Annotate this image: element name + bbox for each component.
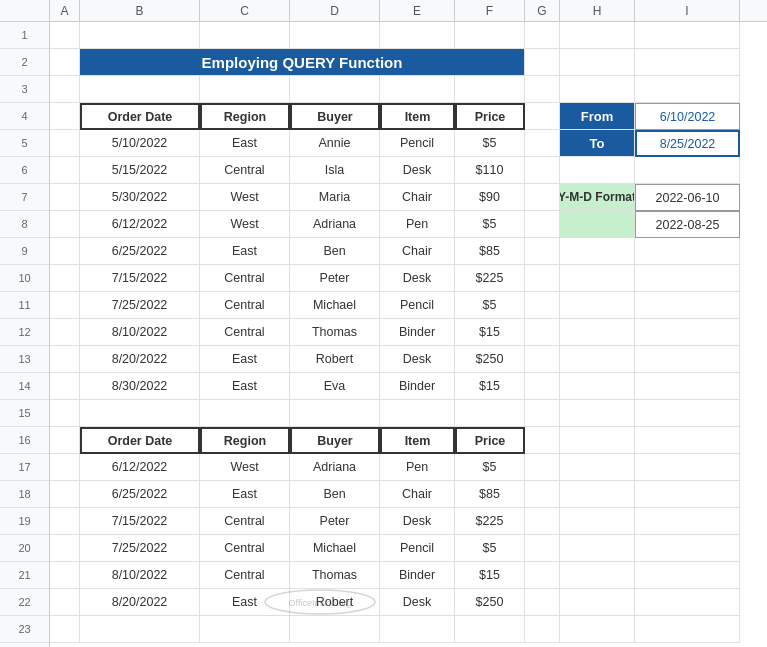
- cell-E1[interactable]: [380, 22, 455, 49]
- cell-C23[interactable]: [200, 616, 290, 643]
- cell-C10[interactable]: Central: [200, 265, 290, 292]
- cell-H19[interactable]: [560, 508, 635, 535]
- cell-A10[interactable]: [50, 265, 80, 292]
- cell-G14[interactable]: [525, 373, 560, 400]
- cell-F11[interactable]: $5: [455, 292, 525, 319]
- cell-F13[interactable]: $250: [455, 346, 525, 373]
- cell-C8[interactable]: West: [200, 211, 290, 238]
- cell-B19[interactable]: 7/15/2022: [80, 508, 200, 535]
- cell-D22[interactable]: Robert: [290, 589, 380, 616]
- cell-F17[interactable]: $5: [455, 454, 525, 481]
- cell-G16[interactable]: [525, 427, 560, 454]
- cell-A17[interactable]: [50, 454, 80, 481]
- cell-C15[interactable]: [200, 400, 290, 427]
- cell-E3[interactable]: [380, 76, 455, 103]
- cell-A8[interactable]: [50, 211, 80, 238]
- cell-G12[interactable]: [525, 319, 560, 346]
- cell-B12[interactable]: 8/10/2022: [80, 319, 200, 346]
- cell-H12[interactable]: [560, 319, 635, 346]
- cell-D16-header[interactable]: Buyer: [290, 427, 380, 454]
- cell-F19[interactable]: $225: [455, 508, 525, 535]
- cell-F8[interactable]: $5: [455, 211, 525, 238]
- cell-G1[interactable]: [525, 22, 560, 49]
- cell-B22[interactable]: 8/20/2022: [80, 589, 200, 616]
- cell-E15[interactable]: [380, 400, 455, 427]
- cell-E20[interactable]: Pencil: [380, 535, 455, 562]
- cell-B9[interactable]: 6/25/2022: [80, 238, 200, 265]
- cell-E7[interactable]: Chair: [380, 184, 455, 211]
- cell-I3[interactable]: [635, 76, 740, 103]
- cell-A21[interactable]: [50, 562, 80, 589]
- cell-C16-header[interactable]: Region: [200, 427, 290, 454]
- cell-A3[interactable]: [50, 76, 80, 103]
- cell-C19[interactable]: Central: [200, 508, 290, 535]
- cell-C21[interactable]: Central: [200, 562, 290, 589]
- cell-E4-header[interactable]: Item: [380, 103, 455, 130]
- cell-A2[interactable]: [50, 49, 80, 76]
- cell-I1[interactable]: [635, 22, 740, 49]
- cell-G7[interactable]: [525, 184, 560, 211]
- cell-D21[interactable]: Thomas: [290, 562, 380, 589]
- cell-E9[interactable]: Chair: [380, 238, 455, 265]
- cell-A20[interactable]: [50, 535, 80, 562]
- cell-A4[interactable]: [50, 103, 80, 130]
- cell-G10[interactable]: [525, 265, 560, 292]
- cell-B23[interactable]: [80, 616, 200, 643]
- cell-D4-header[interactable]: Buyer: [290, 103, 380, 130]
- cell-I19[interactable]: [635, 508, 740, 535]
- cell-E21[interactable]: Binder: [380, 562, 455, 589]
- cell-G20[interactable]: [525, 535, 560, 562]
- cell-I4-from-value[interactable]: 6/10/2022: [635, 103, 740, 130]
- cell-F5[interactable]: $5: [455, 130, 525, 157]
- cell-C9[interactable]: East: [200, 238, 290, 265]
- cell-H9[interactable]: [560, 238, 635, 265]
- cell-E22[interactable]: Desk: [380, 589, 455, 616]
- cell-C18[interactable]: East: [200, 481, 290, 508]
- cell-I12[interactable]: [635, 319, 740, 346]
- cell-F16-header[interactable]: Price: [455, 427, 525, 454]
- cell-G19[interactable]: [525, 508, 560, 535]
- cell-A15[interactable]: [50, 400, 80, 427]
- cell-A22[interactable]: [50, 589, 80, 616]
- cell-C20[interactable]: Central: [200, 535, 290, 562]
- cell-B21[interactable]: 8/10/2022: [80, 562, 200, 589]
- cell-H16[interactable]: [560, 427, 635, 454]
- cell-F6[interactable]: $110: [455, 157, 525, 184]
- cell-E12[interactable]: Binder: [380, 319, 455, 346]
- cell-A16[interactable]: [50, 427, 80, 454]
- cell-I18[interactable]: [635, 481, 740, 508]
- cell-G21[interactable]: [525, 562, 560, 589]
- cell-D12[interactable]: Thomas: [290, 319, 380, 346]
- cell-G23[interactable]: [525, 616, 560, 643]
- cell-B1[interactable]: [80, 22, 200, 49]
- cell-G9[interactable]: [525, 238, 560, 265]
- cell-B10[interactable]: 7/15/2022: [80, 265, 200, 292]
- cell-D9[interactable]: Ben: [290, 238, 380, 265]
- cell-G11[interactable]: [525, 292, 560, 319]
- cell-G18[interactable]: [525, 481, 560, 508]
- cell-E14[interactable]: Binder: [380, 373, 455, 400]
- cell-B15[interactable]: [80, 400, 200, 427]
- cell-F1[interactable]: [455, 22, 525, 49]
- cell-B13[interactable]: 8/20/2022: [80, 346, 200, 373]
- cell-A11[interactable]: [50, 292, 80, 319]
- cell-A12[interactable]: [50, 319, 80, 346]
- cell-H21[interactable]: [560, 562, 635, 589]
- cell-A5[interactable]: [50, 130, 80, 157]
- cell-C7[interactable]: West: [200, 184, 290, 211]
- cell-B5[interactable]: 5/10/2022: [80, 130, 200, 157]
- cell-H23[interactable]: [560, 616, 635, 643]
- cell-D10[interactable]: Peter: [290, 265, 380, 292]
- cell-G8[interactable]: [525, 211, 560, 238]
- cell-C13[interactable]: East: [200, 346, 290, 373]
- cell-D3[interactable]: [290, 76, 380, 103]
- cell-H22[interactable]: [560, 589, 635, 616]
- cell-B18[interactable]: 6/25/2022: [80, 481, 200, 508]
- cell-I11[interactable]: [635, 292, 740, 319]
- cell-H20[interactable]: [560, 535, 635, 562]
- cell-C6[interactable]: Central: [200, 157, 290, 184]
- cell-G15[interactable]: [525, 400, 560, 427]
- cell-E16-header[interactable]: Item: [380, 427, 455, 454]
- cell-C11[interactable]: Central: [200, 292, 290, 319]
- cell-E6[interactable]: Desk: [380, 157, 455, 184]
